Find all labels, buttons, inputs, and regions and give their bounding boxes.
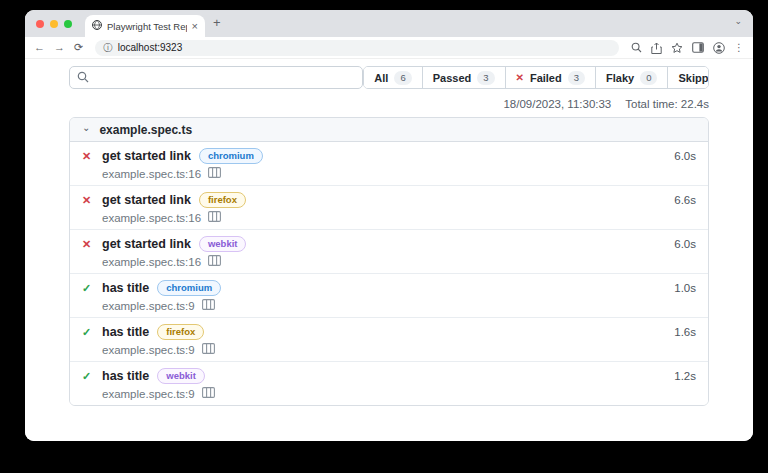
- toolbar-actions: ⋮: [631, 42, 744, 54]
- filter-label: All: [374, 72, 388, 84]
- tab-title: Playwright Test Report: [107, 21, 187, 32]
- file-name: example.spec.ts: [99, 123, 192, 137]
- playwright-favicon: [92, 20, 102, 32]
- filter-row: All 6 Passed 3 ✕ Failed 3 Flaky 0: [69, 66, 709, 89]
- tab-strip: Playwright Test Report × + ⌄: [25, 10, 753, 37]
- share-icon[interactable]: [651, 42, 662, 54]
- filter-count: 3: [568, 71, 585, 85]
- filter-label: Passed: [433, 72, 472, 84]
- filter-label: Flaky: [606, 72, 634, 84]
- filter-skipped[interactable]: Skipped 0: [667, 67, 709, 88]
- columns-icon[interactable]: [208, 167, 221, 180]
- test-duration: 6.6s: [674, 194, 696, 206]
- test-location: example.spec.ts:9: [102, 388, 195, 400]
- passed-icon: ✓: [82, 327, 94, 338]
- url-text: localhost:9323: [118, 42, 183, 53]
- browser-menu-icon[interactable]: ⋮: [734, 42, 744, 53]
- test-title: get started link: [102, 237, 191, 251]
- test-title: has title: [102, 325, 149, 339]
- project-badge[interactable]: firefox: [199, 192, 246, 208]
- zoom-icon[interactable]: [631, 42, 642, 53]
- tab-close-icon[interactable]: ×: [192, 21, 198, 32]
- failed-icon: ✕: [82, 239, 94, 250]
- test-duration: 1.0s: [674, 282, 696, 294]
- test-row[interactable]: ✓ has title firefox 1.6s example.spec.ts…: [70, 318, 708, 362]
- zoom-window-button[interactable]: [64, 20, 72, 28]
- profile-avatar-icon[interactable]: [713, 42, 725, 54]
- project-badge[interactable]: chromium: [199, 148, 263, 164]
- columns-icon[interactable]: [202, 299, 215, 312]
- filter-passed[interactable]: Passed 3: [422, 67, 505, 88]
- filter-flaky[interactable]: Flaky 0: [595, 67, 667, 88]
- test-title: get started link: [102, 193, 191, 207]
- browser-toolbar: ← → ⟳ ⓘ localhost:9323 ⋮: [25, 37, 753, 59]
- test-file-card: ⌄ example.spec.ts ✕ get started link chr…: [69, 117, 709, 406]
- search-icon: [77, 69, 89, 87]
- search-box[interactable]: [69, 66, 363, 89]
- filter-count: 0: [640, 71, 657, 85]
- project-badge[interactable]: chromium: [157, 280, 221, 296]
- test-duration: 6.0s: [674, 150, 696, 162]
- project-badge[interactable]: webkit: [157, 368, 205, 384]
- test-row[interactable]: ✓ has title chromium 1.0s example.spec.t…: [70, 274, 708, 318]
- filter-failed[interactable]: ✕ Failed 3: [505, 67, 595, 88]
- run-timestamp: 18/09/2023, 11:30:33: [503, 98, 611, 110]
- project-badge[interactable]: webkit: [199, 236, 247, 252]
- sidebar-icon[interactable]: [692, 42, 704, 53]
- test-duration: 1.2s: [674, 370, 696, 382]
- test-title: has title: [102, 281, 149, 295]
- minimize-window-button[interactable]: [50, 20, 58, 28]
- tab-overflow-chevron-icon[interactable]: ⌄: [734, 17, 742, 26]
- browser-window: Playwright Test Report × + ⌄ ← → ⟳ ⓘ loc…: [25, 10, 753, 441]
- test-row[interactable]: ✕ get started link webkit 6.0s example.s…: [70, 230, 708, 274]
- test-duration: 6.0s: [674, 238, 696, 250]
- new-tab-button[interactable]: +: [213, 16, 221, 29]
- project-badge[interactable]: firefox: [157, 324, 204, 340]
- traffic-lights: [36, 20, 72, 28]
- filter-count: 6: [394, 71, 411, 85]
- test-title: has title: [102, 369, 149, 383]
- site-info-icon[interactable]: ⓘ: [103, 43, 113, 53]
- address-bar[interactable]: ⓘ localhost:9323: [95, 40, 619, 56]
- passed-icon: ✓: [82, 371, 94, 382]
- columns-icon[interactable]: [208, 255, 221, 268]
- chevron-down-icon: ⌄: [82, 123, 90, 133]
- search-input[interactable]: [94, 72, 355, 84]
- filter-label: Skipped: [678, 72, 709, 84]
- columns-icon[interactable]: [202, 387, 215, 400]
- test-title: get started link: [102, 149, 191, 163]
- test-row[interactable]: ✕ get started link chromium 6.0s example…: [70, 142, 708, 186]
- test-location: example.spec.ts:16: [102, 256, 201, 268]
- failed-icon: ✕: [82, 195, 94, 206]
- forward-icon[interactable]: →: [54, 42, 65, 53]
- test-row[interactable]: ✕ get started link firefox 6.6s example.…: [70, 186, 708, 230]
- back-icon[interactable]: ←: [34, 42, 45, 53]
- columns-icon[interactable]: [208, 211, 221, 224]
- filter-chips: All 6 Passed 3 ✕ Failed 3 Flaky 0: [363, 66, 709, 89]
- columns-icon[interactable]: [202, 343, 215, 356]
- close-window-button[interactable]: [36, 20, 44, 28]
- reload-icon[interactable]: ⟳: [74, 42, 83, 53]
- file-group-header[interactable]: ⌄ example.spec.ts: [70, 118, 708, 142]
- browser-tab[interactable]: Playwright Test Report ×: [85, 15, 205, 37]
- test-location: example.spec.ts:9: [102, 300, 195, 312]
- filter-label: Failed: [530, 72, 562, 84]
- test-duration: 1.6s: [674, 326, 696, 338]
- test-location: example.spec.ts:16: [102, 168, 201, 180]
- filter-count: 3: [477, 71, 494, 85]
- test-row[interactable]: ✓ has title webkit 1.2s example.spec.ts:…: [70, 362, 708, 405]
- bookmark-star-icon[interactable]: [671, 42, 683, 54]
- run-summary: 18/09/2023, 11:30:33 Total time: 22.4s: [69, 98, 709, 110]
- failed-icon: ✕: [82, 151, 94, 162]
- total-time: Total time: 22.4s: [625, 98, 709, 110]
- passed-icon: ✓: [82, 283, 94, 294]
- filter-all[interactable]: All 6: [364, 67, 421, 88]
- failed-x-icon: ✕: [516, 72, 524, 83]
- report-page: All 6 Passed 3 ✕ Failed 3 Flaky 0: [25, 59, 753, 441]
- test-location: example.spec.ts:9: [102, 344, 195, 356]
- test-location: example.spec.ts:16: [102, 212, 201, 224]
